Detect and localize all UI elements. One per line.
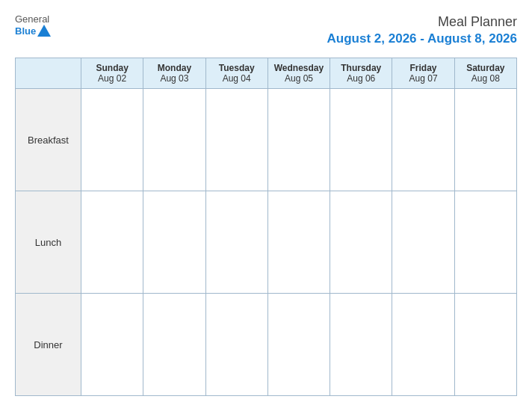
day-col-wednesday: Wednesday Aug 05: [267, 58, 330, 89]
breakfast-friday[interactable]: [392, 89, 454, 191]
day-date-monday: Aug 03: [146, 73, 202, 84]
lunch-friday[interactable]: [392, 191, 454, 294]
title-block: Meal Planner August 2, 2026 - August 8, …: [327, 13, 517, 47]
meal-calendar: Sunday Aug 02 Monday Aug 03 Tuesday Aug …: [15, 58, 517, 396]
date-range: August 2, 2026 - August 8, 2026: [327, 31, 517, 47]
page: General Blue Meal Planner August 2, 2026…: [0, 0, 532, 411]
day-date-saturday: Aug 08: [458, 73, 513, 84]
breakfast-row: Breakfast: [16, 89, 517, 191]
dinner-row: Dinner: [16, 294, 517, 396]
day-name-friday: Friday: [395, 63, 451, 73]
breakfast-tuesday[interactable]: [205, 89, 267, 191]
dinner-sunday[interactable]: [81, 294, 143, 396]
dinner-wednesday[interactable]: [267, 294, 330, 396]
lunch-monday[interactable]: [143, 191, 205, 294]
lunch-row: Lunch: [16, 191, 517, 294]
day-date-wednesday: Aug 05: [271, 73, 327, 84]
breakfast-sunday[interactable]: [81, 89, 143, 191]
calendar-header-row: Sunday Aug 02 Monday Aug 03 Tuesday Aug …: [16, 58, 517, 89]
lunch-wednesday[interactable]: [267, 191, 330, 294]
day-col-monday: Monday Aug 03: [143, 58, 205, 89]
breakfast-wednesday[interactable]: [267, 89, 330, 191]
breakfast-thursday[interactable]: [330, 89, 392, 191]
day-name-wednesday: Wednesday: [271, 63, 327, 73]
day-col-friday: Friday Aug 07: [392, 58, 454, 89]
dinner-label: Dinner: [16, 294, 81, 396]
header: General Blue Meal Planner August 2, 2026…: [15, 13, 517, 47]
lunch-sunday[interactable]: [81, 191, 143, 294]
logo-general: General: [15, 13, 49, 25]
dinner-monday[interactable]: [143, 294, 205, 396]
day-date-thursday: Aug 06: [333, 73, 389, 84]
lunch-label: Lunch: [16, 191, 81, 294]
day-date-tuesday: Aug 04: [209, 73, 265, 84]
logo-blue: Blue: [15, 25, 36, 37]
lunch-thursday[interactable]: [330, 191, 392, 294]
svg-marker-0: [37, 25, 51, 37]
corner-cell: [16, 58, 81, 89]
dinner-friday[interactable]: [392, 294, 454, 396]
breakfast-monday[interactable]: [143, 89, 205, 191]
day-col-tuesday: Tuesday Aug 04: [205, 58, 267, 89]
dinner-tuesday[interactable]: [205, 294, 267, 396]
day-name-monday: Monday: [146, 63, 202, 73]
lunch-tuesday[interactable]: [205, 191, 267, 294]
breakfast-saturday[interactable]: [454, 89, 516, 191]
meal-planner-title: Meal Planner: [327, 13, 517, 31]
lunch-saturday[interactable]: [454, 191, 516, 294]
day-date-sunday: Aug 02: [84, 73, 140, 84]
dinner-thursday[interactable]: [330, 294, 392, 396]
day-col-sunday: Sunday Aug 02: [81, 58, 143, 89]
logo: General Blue: [15, 13, 51, 37]
day-name-tuesday: Tuesday: [209, 63, 265, 73]
dinner-saturday[interactable]: [454, 294, 516, 396]
logo-icon: [37, 25, 51, 37]
breakfast-label: Breakfast: [16, 89, 81, 191]
day-name-sunday: Sunday: [84, 63, 140, 73]
day-date-friday: Aug 07: [395, 73, 451, 84]
day-col-saturday: Saturday Aug 08: [454, 58, 516, 89]
day-name-saturday: Saturday: [458, 63, 513, 73]
day-col-thursday: Thursday Aug 06: [330, 58, 392, 89]
day-name-thursday: Thursday: [333, 63, 389, 73]
